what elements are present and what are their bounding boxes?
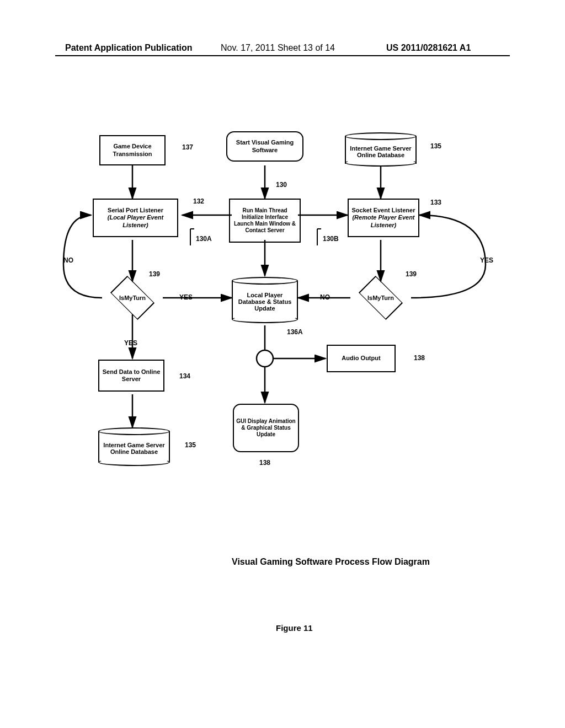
node-run-main: Run Main Thread Initialize Interface Lau… [229, 199, 301, 243]
label-yes-left-down: YES [124, 339, 137, 347]
socket-event-line1: Socket Event Listener [352, 207, 415, 213]
node-local-player-db: Local Player Database & Status Update [232, 277, 298, 324]
label-136A: 136A [287, 328, 303, 336]
label-138-audio: 138 [414, 354, 425, 362]
serial-port-line2: (Local Player Event Listener) [108, 214, 164, 228]
node-internet-db-bottom: Internet Game Server Online Database [98, 427, 170, 466]
label-yes-right: YES [480, 256, 493, 264]
local-player-db-text: Local Player Database & Status Update [233, 292, 297, 312]
node-socket-event: Socket Event Listener (Remote Player Eve… [348, 199, 419, 237]
header-left: Patent Application Publication [65, 43, 193, 53]
label-yes-left: YES [179, 293, 193, 301]
node-gui-display: GUI Display Animation & Graphical Status… [233, 404, 299, 452]
label-139-left: 139 [149, 270, 160, 278]
label-130B: 130B [323, 235, 339, 243]
node-internet-db-top: Internet Game Server Online Database [345, 132, 417, 165]
ismyturn-right-text: IsMyTurn [367, 295, 394, 301]
label-138-gui: 138 [259, 459, 270, 467]
node-game-device: Game Device Transmission [99, 135, 166, 165]
serial-port-line1: Serial Port Listener [108, 207, 163, 213]
label-133: 133 [430, 199, 441, 206]
node-ismyturn-left: IsMyTurn [105, 281, 160, 314]
socket-event-line2: (Remote Player Event Listener) [352, 214, 414, 228]
svg-point-11 [257, 350, 273, 367]
label-no-right: NO [320, 293, 330, 301]
internet-db-bottom-text: Internet Game Server Online Database [99, 442, 169, 455]
figure-label: Figure 11 [276, 623, 313, 633]
node-ismyturn-right: IsMyTurn [353, 281, 408, 314]
node-audio-output: Audio Output [327, 345, 396, 372]
header-mid: Nov. 17, 2011 Sheet 13 of 14 [221, 43, 335, 53]
diagram-canvas: Game Device Transmission 137 Start Visua… [55, 121, 510, 540]
label-130A: 130A [196, 235, 212, 243]
header-divider [55, 55, 510, 56]
label-139-right: 139 [406, 270, 417, 278]
label-135-top: 135 [430, 142, 441, 150]
node-internet-db-top-text: Internet Game Server Online Database [346, 145, 415, 158]
header-right: US 2011/0281621 A1 [386, 43, 471, 53]
label-134: 134 [179, 372, 190, 380]
label-no-left: NO [63, 256, 73, 264]
node-send-data: Send Data to Online Server [98, 360, 164, 392]
node-start-visual: Start Visual Gaming Software [226, 131, 303, 162]
ismyturn-left-text: IsMyTurn [119, 295, 146, 301]
label-132: 132 [193, 197, 204, 205]
label-137: 137 [182, 143, 193, 151]
diagram-caption: Visual Gaming Software Process Flow Diag… [232, 557, 430, 567]
label-130: 130 [276, 181, 287, 189]
node-serial-port: Serial Port Listener (Local Player Event… [93, 199, 178, 237]
label-135-bottom: 135 [185, 441, 196, 449]
